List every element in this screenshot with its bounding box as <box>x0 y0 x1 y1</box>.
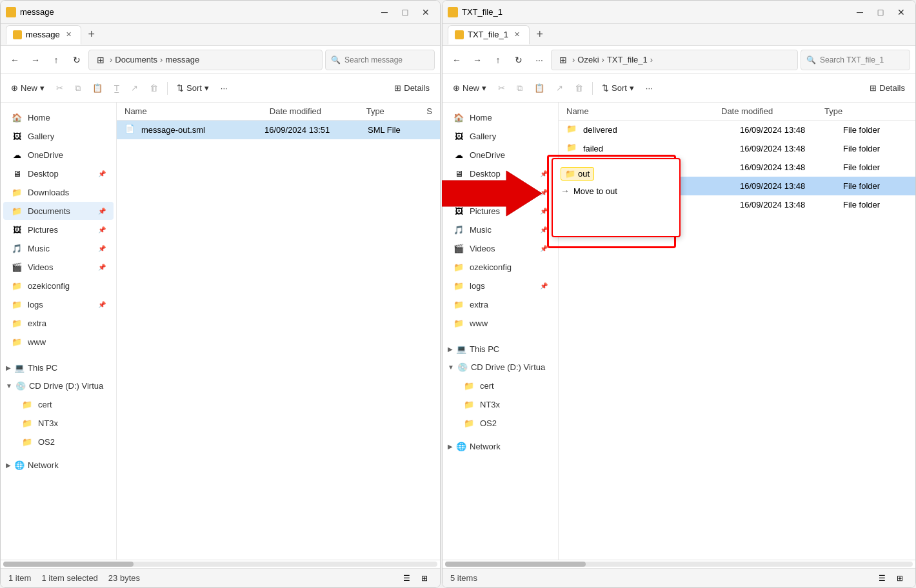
right-sidebar-pictures[interactable]: 🖼 Pictures 📌 <box>445 202 555 220</box>
left-close-button[interactable]: ✕ <box>417 3 435 21</box>
left-sidebar-os2[interactable]: 📁 OS2 <box>3 433 114 451</box>
right-sidebar-docu[interactable]: 📁 Docu 📌 <box>445 183 555 201</box>
right-sidebar-cert[interactable]: 📁 cert <box>445 377 555 395</box>
left-network-expand[interactable]: ▶ 🌐 Network <box>1 456 116 474</box>
right-col-name[interactable]: Name <box>566 106 721 116</box>
left-delete-button[interactable]: 🗑 <box>144 78 163 99</box>
right-file-row-delivered[interactable]: 📁 delivered 16/09/2024 13:48 File folder <box>559 121 915 139</box>
left-sidebar-documents[interactable]: 📁 Documents 📌 <box>3 202 114 220</box>
left-details-button[interactable]: ⊞ Details <box>389 78 435 99</box>
right-delete-button[interactable]: 🗑 <box>570 78 588 99</box>
left-col-size[interactable]: S <box>426 106 432 116</box>
left-this-pc-expand[interactable]: ▶ 💻 This PC <box>1 358 116 377</box>
right-view-grid-button[interactable]: ⊞ <box>892 571 908 586</box>
right-sidebar-desktop[interactable]: 🖥 Desktop 📌 <box>445 164 555 182</box>
left-address-expand[interactable]: ⊞ <box>94 54 107 66</box>
left-minimize-button[interactable]: ─ <box>375 3 393 21</box>
left-back-button[interactable]: ← <box>6 51 24 69</box>
right-sidebar-os2[interactable]: 📁 OS2 <box>445 414 555 432</box>
left-view-list-button[interactable]: ☰ <box>399 571 414 586</box>
left-col-type[interactable]: Type <box>366 106 427 116</box>
right-sidebar-extra[interactable]: 📁 extra <box>445 295 555 313</box>
right-address-bar[interactable]: ⊞ › Ozeki › TXT_file_1 › <box>551 50 798 70</box>
right-view-list-button[interactable]: ☰ <box>874 571 890 586</box>
right-maximize-button[interactable]: □ <box>871 3 890 21</box>
right-scrollbar-thumb[interactable] <box>445 562 586 567</box>
right-forward-button[interactable]: → <box>468 51 486 69</box>
left-sidebar-cert[interactable]: 📁 cert <box>3 395 114 413</box>
left-col-date[interactable]: Date modified <box>270 106 366 116</box>
right-crumb-ozeki[interactable]: Ozeki <box>577 55 599 64</box>
left-up-button[interactable]: ↑ <box>47 51 65 69</box>
right-tab-add-button[interactable]: + <box>531 26 549 44</box>
left-crumb-documents[interactable]: Documents <box>115 55 157 64</box>
right-sidebar-videos[interactable]: 🎬 Videos 📌 <box>445 239 555 257</box>
left-forward-button[interactable]: → <box>26 51 45 69</box>
left-tab-add-button[interactable]: + <box>83 26 101 44</box>
left-col-name[interactable]: Name <box>124 106 270 116</box>
right-more-nav-button[interactable]: ··· <box>530 51 548 69</box>
left-sidebar-desktop[interactable]: 🖥 Desktop 📌 <box>3 164 114 182</box>
right-cut-button[interactable]: ✂ <box>493 78 510 99</box>
left-new-button[interactable]: ⊕ New ▾ <box>6 78 50 99</box>
left-sidebar-home[interactable]: 🏠 Home <box>3 108 114 126</box>
left-search-input[interactable] <box>344 55 429 64</box>
left-rename-button[interactable]: T̲ <box>109 78 124 99</box>
left-sidebar-nt3x[interactable]: 📁 NT3x <box>3 414 114 432</box>
left-sidebar-logs[interactable]: 📁 logs 📌 <box>3 295 114 313</box>
right-tab-close[interactable]: ✕ <box>512 30 523 40</box>
left-sort-button[interactable]: ⇅ Sort ▾ <box>172 78 214 99</box>
right-sidebar-onedrive[interactable]: ☁ OneDrive <box>445 146 555 164</box>
left-file-row-message-out[interactable]: 📄 message-out.sml 16/09/2024 13:51 SML F… <box>117 121 440 139</box>
right-address-expand[interactable]: ⊞ <box>557 54 570 66</box>
right-sidebar-nt3x[interactable]: 📁 NT3x <box>445 395 555 413</box>
right-sidebar-gallery[interactable]: 🖼 Gallery <box>445 127 555 145</box>
left-crumb-message[interactable]: message <box>165 55 199 64</box>
right-file-row-failed[interactable]: 📁 failed 16/09/2024 13:48 File folder <box>559 139 915 158</box>
right-search-input[interactable] <box>820 55 904 64</box>
right-this-pc-expand[interactable]: ▶ 💻 This PC <box>443 340 558 358</box>
right-crumb-txtfile[interactable]: TXT_file_1 <box>607 55 648 64</box>
right-share-button[interactable]: ↗ <box>551 78 568 99</box>
right-search-bar[interactable]: 🔍 <box>801 50 910 70</box>
left-scrollbar-thumb[interactable] <box>3 562 134 567</box>
left-more-button[interactable]: ··· <box>215 78 233 99</box>
right-new-button[interactable]: ⊕ New ▾ <box>448 78 492 99</box>
left-sidebar-music[interactable]: 🎵 Music 📌 <box>3 239 114 257</box>
left-maximize-button[interactable]: □ <box>396 3 414 21</box>
right-paste-button[interactable]: 📋 <box>529 78 550 99</box>
left-sidebar-ozekiconfig[interactable]: 📁 ozekiconfig <box>3 277 114 295</box>
right-scrollbar[interactable] <box>445 562 913 567</box>
right-sidebar-music[interactable]: 🎵 Music 📌 <box>445 220 555 239</box>
left-sidebar-www[interactable]: 📁 www <box>3 333 114 351</box>
left-sidebar-extra[interactable]: 📁 extra <box>3 314 114 332</box>
right-sidebar-home[interactable]: 🏠 Home <box>445 108 555 126</box>
right-up-button[interactable]: ↑ <box>489 51 507 69</box>
right-sidebar-ozekiconfig[interactable]: 📁 ozekiconfig <box>445 258 555 276</box>
right-sort-button[interactable]: ⇅ Sort ▾ <box>597 78 639 99</box>
right-copy-button[interactable]: ⧉ <box>512 78 528 99</box>
right-details-button[interactable]: ⊞ Details <box>864 78 910 99</box>
left-tab-close[interactable]: ✕ <box>64 30 74 40</box>
right-sidebar-logs[interactable]: 📁 logs 📌 <box>445 277 555 295</box>
right-network-expand[interactable]: ▶ 🌐 Network <box>443 437 558 455</box>
right-refresh-button[interactable]: ↻ <box>510 51 528 69</box>
right-tab-txtfile[interactable]: TXT_file_1 ✕ <box>448 25 530 44</box>
right-col-type[interactable]: Type <box>824 106 889 116</box>
right-back-button[interactable]: ← <box>448 51 466 69</box>
right-cd-drive-expand[interactable]: ▼ 💿 CD Drive (D:) Virtua <box>443 358 558 376</box>
left-cd-drive-expand[interactable]: ▼ 💿 CD Drive (D:) Virtua <box>1 377 116 395</box>
left-sidebar-pictures[interactable]: 🖼 Pictures 📌 <box>3 220 114 239</box>
left-tab-message[interactable]: message ✕ <box>6 25 81 44</box>
left-sidebar-downloads[interactable]: 📁 Downloads <box>3 183 114 201</box>
left-sidebar-onedrive[interactable]: ☁ OneDrive <box>3 146 114 164</box>
left-address-bar[interactable]: ⊞ › Documents › message <box>88 50 323 70</box>
left-copy-button[interactable]: ⧉ <box>70 78 86 99</box>
left-view-grid-button[interactable]: ⊞ <box>417 571 432 586</box>
left-paste-button[interactable]: 📋 <box>87 78 108 99</box>
left-cut-button[interactable]: ✂ <box>51 78 68 99</box>
left-scrollbar[interactable] <box>3 562 437 567</box>
left-refresh-button[interactable]: ↻ <box>68 51 86 69</box>
left-search-bar[interactable]: 🔍 <box>325 50 435 70</box>
right-close-button[interactable]: ✕ <box>892 3 910 21</box>
